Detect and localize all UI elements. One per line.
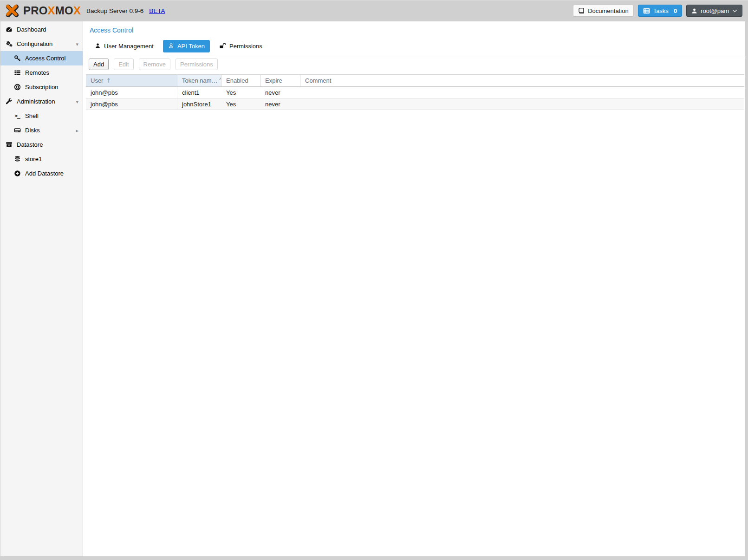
sidebar-item-label: Access Control	[25, 55, 65, 62]
sidebar-item-access-control[interactable]: Access Control	[0, 51, 83, 65]
top-header: PROXMOX Backup Server 0.9-6 BETA Documen…	[0, 0, 748, 21]
key-icon	[13, 55, 21, 62]
cell-expire: never	[260, 98, 300, 110]
topbar-actions: Documentation Tasks 0	[573, 5, 742, 17]
cell-user: john@pbs	[86, 98, 177, 110]
column-header-comment[interactable]: Comment	[300, 75, 744, 86]
sidebar-item-label: Dashboard	[17, 26, 46, 33]
list-icon	[13, 69, 21, 77]
collapse-down-icon[interactable]: ▾	[76, 98, 78, 104]
app-root: PROXMOX Backup Server 0.9-6 BETA Documen…	[0, 0, 748, 560]
add-button[interactable]: Add	[89, 59, 109, 70]
toolbar: Add Edit Remove Permissions	[83, 56, 745, 72]
main-panel: Access Control User Management	[83, 21, 745, 556]
sidebar-item-datastore[interactable]: Datastore	[0, 137, 83, 152]
unlock-icon	[219, 43, 226, 50]
sidebar-item-label: Shell	[25, 112, 39, 119]
collapse-down-icon[interactable]: ▾	[76, 41, 78, 47]
beta-link[interactable]: BETA	[149, 7, 165, 14]
sidebar-item-subscription[interactable]: Subscription	[0, 80, 83, 94]
cell-comment	[300, 98, 744, 110]
cell-enabled: Yes	[221, 87, 260, 98]
cell-token: client1	[177, 87, 221, 98]
sidebar-item-label: Configuration	[17, 40, 52, 47]
hard-disk-icon	[13, 127, 21, 134]
proxmox-logo-icon	[4, 3, 20, 19]
sidebar-item-label: Administration	[17, 98, 55, 105]
tab-api-token[interactable]: API Token	[163, 40, 210, 52]
plus-circle-icon	[13, 170, 21, 177]
user-menu-button[interactable]: root@pam	[686, 5, 742, 17]
terminal-icon: >_	[13, 112, 21, 120]
cell-user: john@pbs	[86, 87, 177, 98]
sidebar-item-store1[interactable]: store1	[0, 152, 83, 166]
sidebar-item-administration[interactable]: Administration ▾	[0, 94, 83, 109]
proxmox-wordmark: PROXMOX	[23, 5, 81, 16]
user-icon	[691, 8, 697, 14]
sidebar-item-label: Datastore	[17, 141, 43, 148]
tab-label: Permissions	[229, 43, 262, 50]
sidebar-item-disks[interactable]: Disks ▸	[0, 123, 83, 137]
column-header-token-name[interactable]: Token nam…	[177, 75, 221, 86]
documentation-button[interactable]: Documentation	[573, 5, 633, 17]
sidebar: Dashboard Configuration ▾	[0, 21, 83, 556]
remove-button: Remove	[139, 59, 170, 70]
chevron-down-icon	[732, 9, 737, 13]
sidebar-item-label: Disks	[25, 127, 40, 134]
api-token-grid: User ↑ Token nam… Enabled	[86, 74, 744, 110]
column-header-expire[interactable]: Expire	[260, 75, 300, 86]
sidebar-item-remotes[interactable]: Remotes	[0, 65, 83, 80]
user-solid-icon	[95, 43, 101, 50]
documentation-label: Documentation	[588, 7, 628, 14]
tab-label: API Token	[177, 43, 205, 50]
book-icon	[578, 7, 585, 14]
page-title: Access Control	[83, 21, 745, 34]
body-row: Dashboard Configuration ▾	[0, 21, 745, 556]
sort-indicator-clipped-icon	[218, 75, 221, 82]
sidebar-item-add-datastore[interactable]: Add Datastore	[0, 166, 83, 181]
tab-permissions[interactable]: Permissions	[214, 40, 267, 52]
tab-label: User Management	[104, 43, 154, 50]
table-row[interactable]: john@pbs client1 Yes never	[86, 87, 744, 98]
sidebar-item-label: Add Datastore	[25, 170, 64, 177]
column-header-user[interactable]: User ↑	[86, 75, 177, 86]
table-row[interactable]: john@pbs johnStore1 Yes never	[86, 98, 744, 110]
sidebar-item-label: Remotes	[25, 69, 49, 76]
tab-bar: User Management API Token	[90, 40, 745, 52]
sidebar-item-label: store1	[25, 156, 42, 163]
edit-button: Edit	[114, 59, 133, 70]
archive-box-icon	[5, 141, 13, 149]
gears-icon	[5, 40, 13, 48]
tasks-label: Tasks	[653, 7, 669, 14]
support-icon	[13, 84, 21, 91]
cell-token: johnStore1	[177, 98, 221, 110]
expand-right-icon[interactable]: ▸	[76, 127, 78, 133]
brand: PROXMOX Backup Server 0.9-6 BETA	[4, 3, 165, 19]
tasks-count-badge: 0	[674, 7, 677, 14]
sidebar-item-dashboard[interactable]: Dashboard	[0, 22, 83, 37]
permissions-button: Permissions	[176, 59, 218, 70]
cell-enabled: Yes	[221, 98, 260, 110]
user-menu-label: root@pam	[701, 7, 729, 14]
database-icon	[13, 156, 21, 163]
product-name: Backup Server 0.9-6	[86, 7, 143, 14]
grid-header: User ↑ Token nam… Enabled	[86, 75, 744, 87]
wrench-icon	[5, 98, 13, 105]
cell-comment	[300, 87, 744, 98]
column-header-enabled[interactable]: Enabled	[221, 75, 260, 86]
tasks-button[interactable]: Tasks 0	[638, 5, 682, 17]
sidebar-item-configuration[interactable]: Configuration ▾	[0, 37, 83, 51]
sidebar-item-label: Subscription	[25, 84, 59, 91]
tab-user-management[interactable]: User Management	[90, 40, 159, 52]
task-list-icon	[643, 8, 650, 14]
sidebar-item-shell[interactable]: >_ Shell	[0, 109, 83, 123]
cell-expire: never	[260, 87, 300, 98]
user-outline-icon	[168, 43, 174, 50]
dashboard-icon	[5, 26, 13, 33]
sort-ascending-icon: ↑	[106, 77, 111, 84]
